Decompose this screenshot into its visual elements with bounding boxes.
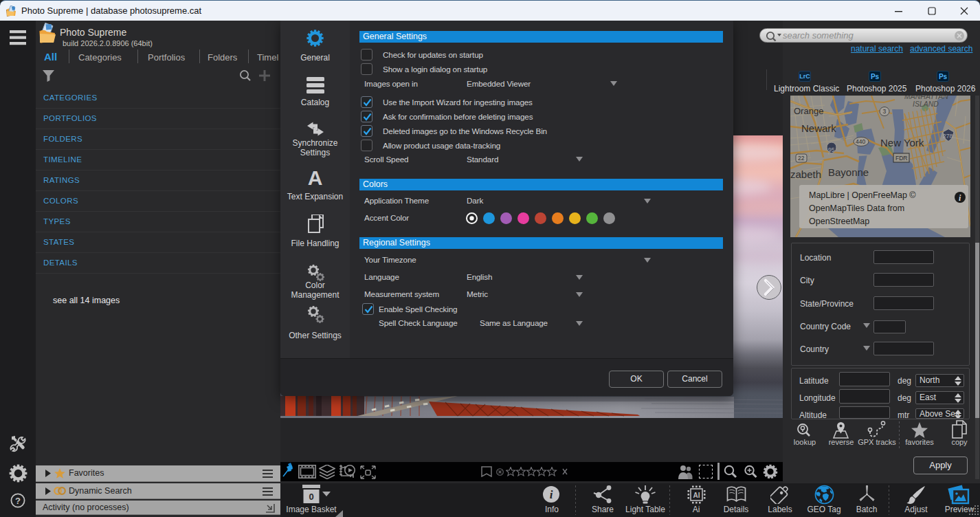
svg-text:?: ? (15, 496, 21, 506)
svg-text:OpenStreetMap: OpenStreetMap (809, 217, 869, 226)
svg-text:OpenMapTiles Data from: OpenMapTiles Data from (809, 204, 904, 213)
svg-text:0: 0 (309, 492, 313, 502)
svg-text:AI: AI (693, 492, 700, 499)
svg-text:i: i (550, 488, 553, 501)
svg-text:MapLibre | OpenFreeMap ©: MapLibre | OpenFreeMap © (809, 190, 916, 200)
